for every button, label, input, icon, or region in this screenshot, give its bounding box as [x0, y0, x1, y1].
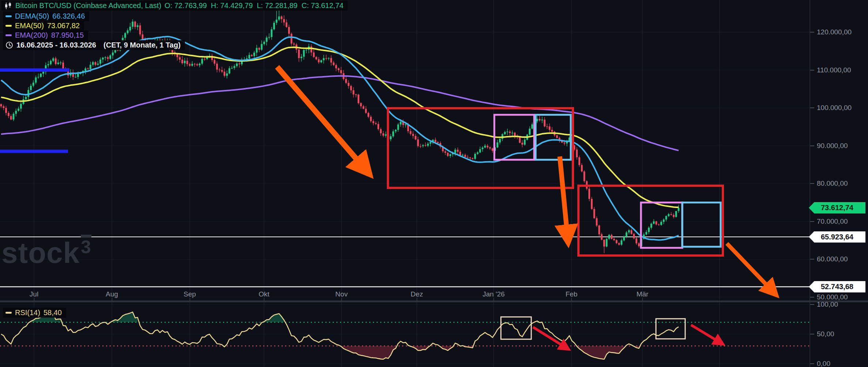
indicator-value: 87.950,15	[51, 31, 84, 39]
axis-tick	[810, 32, 814, 33]
indicator-label[interactable]: DEMA(50)	[15, 12, 49, 20]
axis-tick	[810, 107, 814, 108]
indicator-value: 73.067,82	[47, 22, 80, 30]
month-label[interactable]: Dez	[411, 290, 423, 298]
price-axis-label[interactable]: 90.000,00	[810, 142, 848, 150]
price-axis-label[interactable]: 100.000,00	[810, 104, 852, 112]
annotations-layer[interactable]	[277, 67, 777, 349]
axis-tick	[810, 221, 814, 222]
watermark-word: stock	[1, 237, 80, 269]
watermark-sup: 3	[81, 235, 91, 256]
rsi-line	[1, 312, 679, 359]
axis-tick	[810, 259, 814, 260]
annotation-arrow[interactable]	[560, 156, 568, 243]
month-label[interactable]: Feb	[566, 290, 578, 298]
month-tick	[642, 298, 643, 301]
price-badge: 52.743,68	[809, 281, 865, 292]
annotation-box[interactable]	[501, 317, 531, 339]
indicator-legend-row[interactable]: EMA(50)73.067,82	[3, 21, 84, 31]
range-info-text: (CET, 9 Monate, 1 Tag)	[99, 41, 181, 49]
indicator-color-dash	[5, 34, 12, 36]
month-label[interactable]: Mär	[637, 290, 649, 298]
month-tick	[417, 298, 417, 301]
price-badge: 73.612,74	[809, 202, 865, 213]
rsi-color-dash	[5, 312, 12, 314]
stock3-watermark: stock3	[1, 235, 91, 268]
annotation-box[interactable]	[536, 115, 571, 160]
annotation-box[interactable]	[656, 319, 685, 339]
axis-tick	[810, 363, 814, 364]
axis-tick	[810, 70, 814, 71]
level-lines-layer	[0, 237, 810, 287]
rsi-axis-label[interactable]: 50,00	[810, 330, 834, 338]
chart-canvas[interactable]	[0, 0, 868, 367]
axis-tick	[810, 334, 814, 334]
month-label[interactable]: Sep	[184, 290, 196, 298]
month-tick	[190, 298, 190, 301]
price-axis-label[interactable]: 120.000,00	[810, 28, 852, 36]
annotation-box[interactable]	[682, 203, 721, 247]
month-tick	[112, 298, 112, 301]
price-axis-label[interactable]: 80.000,00	[810, 179, 848, 188]
annotation-arrow[interactable]	[727, 243, 777, 295]
ohlc-values: O: 72.763,99 H: 74.429,79 L: 72.281,89 C…	[165, 1, 343, 10]
blue-support-lines-layer	[0, 70, 69, 151]
chart-application: Bitcoin BTC/USD (Coinbase Advanced, Last…	[0, 0, 868, 367]
rsi-legend[interactable]: RSI(14) 58,40	[3, 308, 66, 318]
rsi-pane-layer	[0, 312, 810, 359]
indicator-legend-row[interactable]: EMA(200)87.950,15	[3, 30, 88, 40]
month-label[interactable]: Jul	[30, 290, 38, 298]
annotation-box[interactable]	[641, 203, 682, 248]
month-tick	[34, 298, 34, 301]
annotation-box[interactable]	[578, 186, 723, 256]
month-label[interactable]: Jan '26	[483, 290, 505, 298]
rsi-legend-value: 58,40	[44, 309, 62, 317]
rsi-axis-label[interactable]: 0,00	[810, 360, 830, 367]
month-label[interactable]: Nov	[335, 290, 348, 298]
rsi-legend-label[interactable]: RSI(14)	[15, 309, 40, 317]
axis-tick	[810, 304, 814, 305]
indicator-value: 66.326,46	[52, 12, 85, 20]
indicator-legend-row[interactable]: DEMA(50)66.326,46	[3, 11, 89, 21]
price-axis-label[interactable]: 110.000,00	[810, 66, 851, 74]
annotation-arrow[interactable]	[277, 67, 370, 175]
indicator-color-dash	[5, 25, 12, 27]
price-badge: 65.923,64	[809, 231, 865, 243]
month-tick	[494, 298, 494, 301]
indicator-label[interactable]: EMA(50)	[15, 22, 44, 30]
date-range-text: 16.06.2025 - 16.03.2026	[16, 41, 96, 49]
symbol-title[interactable]: Bitcoin BTC/USD (Coinbase Advanced, Last…	[15, 1, 161, 10]
annotation-arrow[interactable]	[691, 325, 723, 344]
month-tick	[341, 298, 342, 301]
candlestick-chart-icon	[4, 2, 12, 10]
price-axis-label[interactable]: 60.000,00	[810, 255, 848, 263]
indicator-label[interactable]: EMA(200)	[15, 31, 48, 39]
month-label[interactable]: Aug	[106, 290, 118, 298]
clock-icon	[5, 41, 13, 49]
symbol-header[interactable]: Bitcoin BTC/USD (Coinbase Advanced, Last…	[1, 1, 348, 11]
axis-tick	[810, 297, 814, 298]
axis-tick	[810, 145, 814, 146]
rsi-axis-label[interactable]: 100,00	[810, 300, 838, 309]
month-tick	[264, 298, 264, 301]
axis-tick	[810, 183, 814, 184]
gridlines-layer	[0, 0, 868, 367]
indicator-color-dash	[5, 15, 12, 17]
month-label[interactable]: Okt	[258, 290, 269, 298]
price-axis-label[interactable]: 70.000,00	[810, 217, 848, 226]
month-tick	[571, 298, 572, 301]
ema50-line	[1, 47, 679, 207]
price-axis-label[interactable]: 50.000,00	[810, 293, 848, 301]
date-range-chip[interactable]: 16.06.2025 - 16.03.2026 (CET, 9 Monate, …	[3, 40, 185, 50]
